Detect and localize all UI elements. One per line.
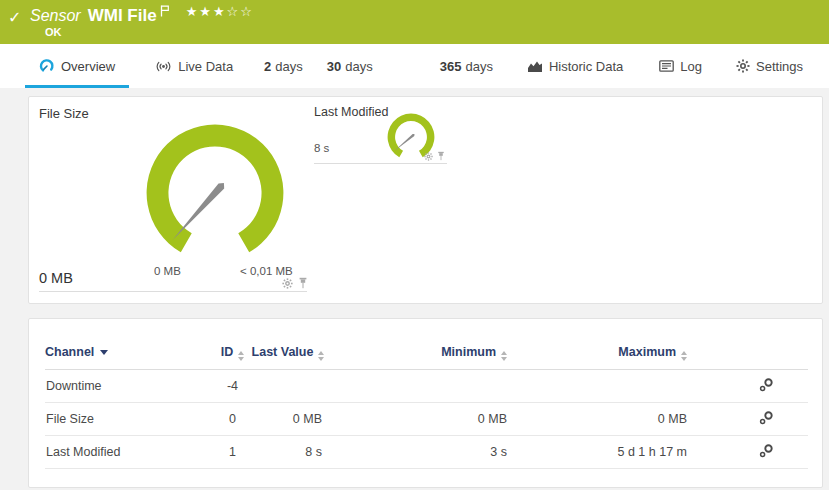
sensor-status-text: OK — [45, 26, 62, 38]
file-size-block-divider — [39, 291, 307, 292]
last-modified-gauge-gear-icon[interactable] — [424, 151, 433, 161]
maximum-cell: 0 MB — [513, 403, 693, 436]
status-ok-check-icon: ✓ — [8, 8, 21, 27]
maximum-cell — [513, 370, 693, 403]
last-modified-gauge-pin-icon[interactable] — [437, 151, 445, 161]
sort-icon — [318, 351, 324, 361]
flag-icon[interactable] — [160, 3, 170, 21]
tab-365-days[interactable]: 365 days — [440, 44, 493, 88]
channel-name-cell[interactable]: Last Modified — [45, 436, 215, 469]
last-value-cell — [250, 370, 330, 403]
sort-icon — [238, 351, 244, 361]
log-list-icon — [659, 60, 674, 72]
column-label: Minimum — [441, 345, 496, 359]
sort-desc-icon — [100, 350, 108, 355]
tab-30-days[interactable]: 30 days — [327, 44, 373, 88]
column-label: Channel — [45, 345, 94, 359]
minimum-cell: 0 MB — [330, 403, 513, 436]
sensor-title: WMI File — [88, 5, 157, 27]
column-header-id[interactable]: ID — [215, 345, 250, 370]
table-row-downtime: Downtime -4 — [45, 370, 808, 403]
last-modified-gauge-title: Last Modified — [314, 105, 388, 119]
channels-table-panel: Channel ID Last Value Minimum Maximum — [28, 318, 823, 488]
tab-label-strong: 30 — [327, 59, 341, 74]
file-size-gauge-min-label: 0 MB — [154, 265, 181, 277]
channel-settings-icon[interactable] — [758, 377, 774, 393]
live-signal-icon — [155, 60, 172, 73]
file-size-gauge-max-label: < 0,01 MB — [240, 265, 293, 277]
channel-id-cell: -4 — [215, 370, 250, 403]
minimum-cell — [330, 370, 513, 403]
tab-label: Overview — [61, 59, 115, 74]
last-value-cell: 0 MB — [250, 403, 330, 436]
priority-stars[interactable]: ★★★☆☆ — [186, 4, 254, 20]
overview-gauges-panel: File Size 0 MB < 0,01 MB 0 MB Last Modif… — [28, 96, 823, 304]
channel-settings-icon[interactable] — [758, 410, 774, 426]
maximum-cell: 5 d 1 h 17 m — [513, 436, 693, 469]
column-label: ID — [221, 345, 234, 359]
column-header-channel[interactable]: Channel — [45, 345, 215, 370]
column-header-minimum[interactable]: Minimum — [330, 345, 513, 370]
tab-label: Log — [680, 59, 702, 74]
file-size-gauge-pin-icon[interactable] — [298, 277, 308, 289]
tab-settings[interactable]: Settings — [736, 44, 803, 88]
area-chart-icon — [527, 59, 543, 73]
sensor-kind-label: Sensor — [30, 5, 81, 27]
tab-historic-data[interactable]: Historic Data — [527, 44, 623, 88]
tab-label: Live Data — [178, 59, 233, 74]
tab-label: Settings — [756, 59, 803, 74]
tab-label: days — [345, 59, 372, 74]
column-header-last-value[interactable]: Last Value — [250, 345, 330, 370]
column-header-maximum[interactable]: Maximum — [513, 345, 693, 370]
column-label: Maximum — [618, 345, 676, 359]
channels-table: Channel ID Last Value Minimum Maximum — [45, 345, 808, 469]
channel-id-cell: 1 — [215, 436, 250, 469]
tab-label: days — [465, 59, 492, 74]
sort-icon — [681, 351, 687, 361]
gear-icon — [736, 59, 750, 73]
channel-name-cell[interactable]: Downtime — [45, 370, 215, 403]
tab-live-data[interactable]: Live Data — [155, 44, 233, 88]
channel-id-cell: 0 — [215, 403, 250, 436]
channel-name-cell[interactable]: File Size — [45, 403, 215, 436]
tab-label-strong: 2 — [264, 59, 271, 74]
file-size-gauge-gear-icon[interactable] — [282, 277, 293, 289]
column-header-edit — [693, 345, 808, 370]
last-modified-block-divider — [314, 163, 447, 164]
minimum-cell: 3 s — [330, 436, 513, 469]
last-value-cell: 8 s — [250, 436, 330, 469]
tab-label: days — [275, 59, 302, 74]
channel-settings-icon[interactable] — [758, 443, 774, 459]
tab-bar: Overview Live Data 2 days 30 days 365 da… — [0, 44, 829, 88]
tab-2-days[interactable]: 2 days — [264, 44, 303, 88]
file-size-gauge[interactable] — [139, 117, 291, 273]
file-size-gauge-title: File Size — [39, 106, 89, 121]
gauge-icon — [39, 58, 55, 74]
table-row-file-size: File Size 0 0 MB 0 MB 0 MB — [45, 403, 808, 436]
last-modified-current-value: 8 s — [314, 142, 329, 154]
sensor-header: ✓ Sensor WMI File ★★★☆☆ OK — [0, 0, 829, 44]
tab-label-strong: 365 — [440, 59, 462, 74]
tab-log[interactable]: Log — [659, 44, 702, 88]
sensor-title-line: Sensor WMI File ★★★☆☆ — [30, 5, 254, 27]
table-header-row: Channel ID Last Value Minimum Maximum — [45, 345, 808, 370]
sort-icon — [501, 351, 507, 361]
tab-overview[interactable]: Overview — [25, 44, 129, 88]
table-row-last-modified: Last Modified 1 8 s 3 s 5 d 1 h 17 m — [45, 436, 808, 469]
column-label: Last Value — [252, 345, 314, 359]
file-size-current-value: 0 MB — [39, 270, 73, 286]
tab-label: Historic Data — [549, 59, 623, 74]
